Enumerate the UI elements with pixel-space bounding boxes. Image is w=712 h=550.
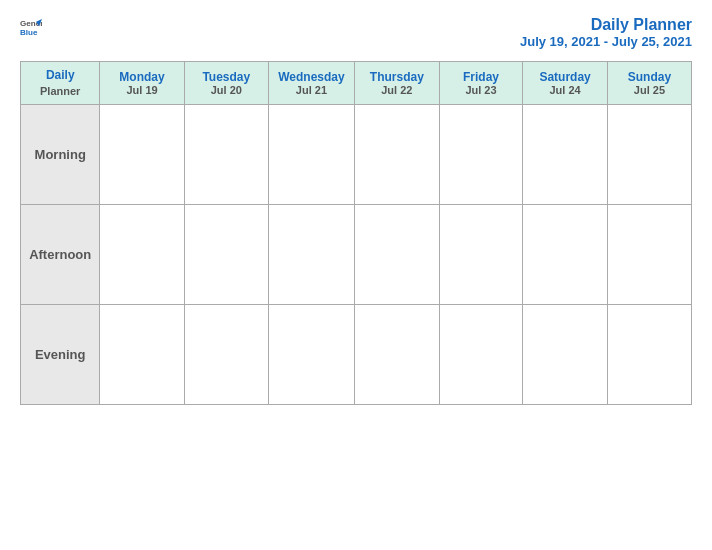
cell-tuesday-evening[interactable] [184,305,268,405]
planner-header-line2: Planner [24,84,96,99]
cell-monday-evening[interactable] [100,305,184,405]
logo: General Blue [20,16,42,38]
cell-tuesday-afternoon[interactable] [184,205,268,305]
planner-header-line1: Daily [24,67,96,84]
table-row-morning: Morning [21,105,692,205]
table-header-label: Daily Planner [21,62,100,105]
col-header-saturday: Saturday Jul 24 [523,62,608,105]
cell-thursday-morning[interactable] [354,105,439,205]
calendar-table: Daily Planner Monday Jul 19 Tuesday Jul … [20,61,692,405]
cell-saturday-morning[interactable] [523,105,608,205]
col-header-thursday: Thursday Jul 22 [354,62,439,105]
generalblue-logo-icon: General Blue [20,16,42,38]
table-row-evening: Evening [21,305,692,405]
cell-sunday-morning[interactable] [607,105,691,205]
cell-friday-afternoon[interactable] [439,205,522,305]
date-range: July 19, 2021 - July 25, 2021 [520,34,692,49]
svg-text:Blue: Blue [20,28,38,37]
header-right: Daily Planner July 19, 2021 - July 25, 2… [520,16,692,49]
cell-friday-morning[interactable] [439,105,522,205]
row-label-evening: Evening [21,305,100,405]
cell-sunday-afternoon[interactable] [607,205,691,305]
page: General Blue Daily Planner July 19, 2021… [0,0,712,550]
cell-saturday-evening[interactable] [523,305,608,405]
col-header-friday: Friday Jul 23 [439,62,522,105]
cell-monday-afternoon[interactable] [100,205,184,305]
cell-saturday-afternoon[interactable] [523,205,608,305]
cell-sunday-evening[interactable] [607,305,691,405]
row-label-afternoon: Afternoon [21,205,100,305]
cell-wednesday-afternoon[interactable] [269,205,355,305]
cell-wednesday-evening[interactable] [269,305,355,405]
col-header-tuesday: Tuesday Jul 20 [184,62,268,105]
cell-monday-morning[interactable] [100,105,184,205]
table-row-afternoon: Afternoon [21,205,692,305]
col-header-monday: Monday Jul 19 [100,62,184,105]
cell-wednesday-morning[interactable] [269,105,355,205]
header: General Blue Daily Planner July 19, 2021… [20,16,692,49]
page-title: Daily Planner [520,16,692,34]
cell-friday-evening[interactable] [439,305,522,405]
col-header-wednesday: Wednesday Jul 21 [269,62,355,105]
cell-thursday-afternoon[interactable] [354,205,439,305]
row-label-morning: Morning [21,105,100,205]
cell-tuesday-morning[interactable] [184,105,268,205]
col-header-sunday: Sunday Jul 25 [607,62,691,105]
cell-thursday-evening[interactable] [354,305,439,405]
